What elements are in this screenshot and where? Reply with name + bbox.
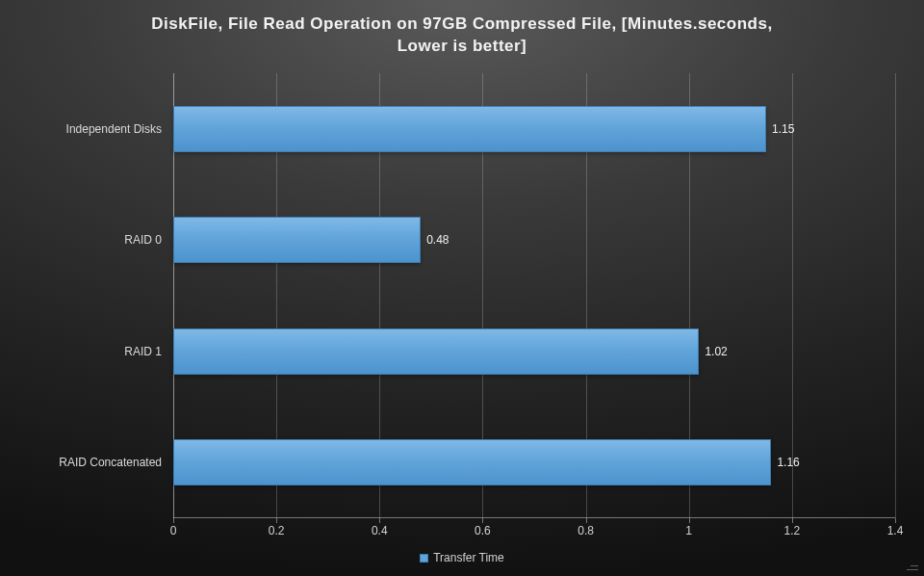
bar-raid-1 [173, 328, 699, 375]
x-tick [379, 518, 380, 523]
x-tick [173, 518, 174, 523]
x-tick [276, 518, 277, 523]
x-tick-label: 1 [685, 524, 692, 537]
category-label: Independent Disks [66, 122, 162, 136]
x-tick-label: 0.4 [372, 524, 388, 537]
chart-title: DiskFile, File Read Operation on 97GB Co… [10, 13, 914, 58]
x-axis-line [173, 517, 895, 518]
plot-area: 0 0.2 0.4 0.6 0.8 1 1.2 1.4 Independent … [173, 73, 895, 518]
title-line-1: DiskFile, File Read Operation on 97GB Co… [151, 14, 772, 33]
legend-swatch-icon [420, 554, 428, 563]
x-tick-label: 0.6 [475, 524, 491, 537]
category-label: RAID 1 [124, 345, 162, 358]
grid-line [895, 73, 896, 518]
x-tick-label: 0.8 [578, 524, 594, 537]
x-tick [689, 518, 690, 523]
category-label: RAID 0 [124, 233, 162, 247]
x-tick-label: 0.2 [269, 524, 285, 537]
x-tick [792, 518, 793, 523]
x-tick [895, 518, 896, 523]
legend-series-label: Transfer Time [433, 551, 504, 564]
legend: Transfer Time [0, 551, 924, 564]
bar-value-label: 1.02 [705, 345, 727, 358]
category-label: RAID Concatenated [59, 456, 162, 469]
chart-container: DiskFile, File Read Operation on 97GB Co… [0, 0, 924, 576]
bar-raid-concatenated [173, 439, 771, 485]
x-tick-label: 1.2 [784, 524, 801, 537]
x-tick-label: 0 [170, 524, 177, 537]
x-tick-label: 1.4 [887, 524, 904, 537]
bar-independent-disks [173, 106, 766, 152]
grid-line [792, 73, 793, 518]
chart-settings-handle-icon[interactable] [901, 553, 920, 572]
x-tick [482, 518, 483, 523]
x-tick [586, 518, 587, 523]
bar-value-label: 1.16 [777, 456, 799, 469]
title-line-2: Lower is better] [398, 37, 527, 55]
bar-raid-0 [173, 217, 421, 263]
bar-value-label: 1.15 [772, 122, 794, 136]
bar-value-label: 0.48 [426, 233, 449, 247]
